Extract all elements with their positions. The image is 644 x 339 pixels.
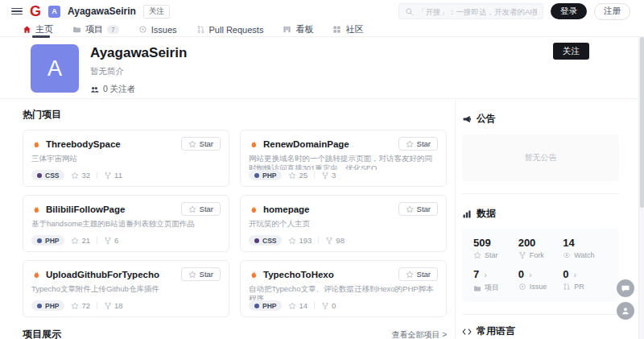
language-pill: PHP: [249, 300, 282, 311]
project-name[interactable]: ThreebodySpace: [46, 139, 121, 149]
code-icon: [462, 327, 472, 337]
sidebar: 公告 暂无公告 数据 509 Star 200: [455, 99, 644, 339]
chat-bubble-icon: [621, 283, 630, 293]
star-button[interactable]: Star: [181, 267, 221, 281]
followers-count: 0 关注者: [103, 84, 135, 95]
feedback-button[interactable]: [617, 302, 634, 320]
fork-icon: [321, 172, 329, 180]
tab-kanban[interactable]: 看板: [283, 23, 313, 36]
star-icon: [406, 140, 414, 148]
tab-pull-requests-label: Pull Requests: [209, 25, 264, 35]
languages-title: 常用语言: [477, 325, 515, 338]
fork-count: 11: [104, 171, 122, 180]
fork-icon: [325, 237, 333, 245]
gitee-logo[interactable]: G: [30, 4, 41, 19]
follow-button[interactable]: 关注: [553, 43, 589, 60]
flame-icon: [31, 205, 41, 214]
topbar-username[interactable]: AyagawaSeirin: [68, 6, 136, 17]
issue-icon: [138, 25, 147, 34]
stats-header: 数据: [462, 207, 619, 221]
scrollbar-track: [638, 37, 644, 339]
divider: [97, 302, 97, 309]
star-button[interactable]: Star: [398, 202, 438, 216]
project-card: homepage Star 开玩笑的个人主页 CSS: [240, 195, 447, 252]
star-button[interactable]: Star: [398, 267, 438, 281]
chevron-right-icon: ›: [574, 270, 577, 279]
search-icon: [405, 7, 414, 16]
project-name[interactable]: TypechoToHexo: [263, 270, 334, 279]
project-card: TypechoToHexo Star 自动把Typecho文章、评论数据迁移到H…: [240, 260, 447, 317]
profile-bio: 暂无简介: [90, 66, 187, 77]
topbar-follow-chip[interactable]: 关注: [143, 5, 170, 19]
stat-pull-requests[interactable]: 0› PR: [563, 268, 608, 293]
showcase-title: 项目展示: [23, 328, 61, 339]
languages-header: 常用语言: [462, 325, 619, 338]
star-icon: [288, 172, 296, 180]
star-icon: [406, 271, 414, 279]
star-button-label: Star: [200, 270, 213, 279]
project-name[interactable]: RenewDomainPage: [263, 139, 349, 149]
topbar-right: 登录 注册: [398, 3, 630, 20]
divider: [318, 237, 319, 244]
assistant-button[interactable]: [617, 279, 634, 297]
star-button[interactable]: Star: [398, 137, 438, 151]
tab-community-label: 社区: [345, 23, 363, 35]
star-icon: [188, 205, 196, 213]
kanban-icon: [283, 25, 291, 34]
star-count: 14: [288, 301, 308, 310]
star-count: 72: [71, 301, 90, 310]
star-button[interactable]: Star: [181, 202, 221, 216]
profile-info: AyagawaSeirin 暂无简介 0 关注者: [90, 44, 187, 98]
page-title: AyagawaSeirin: [90, 45, 187, 61]
gitee-profile-page: G A AyagawaSeirin 关注 登录 注册 主页 项目 7 Issue…: [0, 0, 644, 339]
search-input[interactable]: [418, 7, 537, 16]
tab-kanban-label: 看板: [295, 23, 313, 35]
followers-link[interactable]: 0 关注者: [90, 84, 187, 95]
language-name: CSS: [262, 237, 276, 245]
fork-count: 6: [104, 236, 118, 245]
register-button[interactable]: 注册: [594, 3, 630, 20]
tab-community[interactable]: 社区: [332, 23, 363, 36]
view-all-projects-link[interactable]: 查看全部项目 >: [391, 329, 447, 339]
star-button-label: Star: [200, 205, 213, 213]
star-count: 193: [288, 236, 312, 245]
chevron-right-icon: ›: [484, 270, 487, 279]
search-box[interactable]: [398, 3, 543, 19]
folder-icon: [72, 25, 81, 34]
project-name[interactable]: UploadGithubForTypecho: [46, 270, 159, 279]
tab-home[interactable]: 主页: [23, 23, 53, 36]
project-card: RenewDomainPage Star 网站更换域名时的一个跳转提示页面，对访…: [240, 130, 447, 187]
fork-icon: [104, 172, 112, 180]
folder-icon: [473, 284, 481, 292]
language-dot: [37, 238, 42, 243]
project-name[interactable]: BilibiliFollowPage: [46, 205, 125, 214]
language-pill: PHP: [249, 170, 282, 180]
scrollbar-thumb[interactable]: [640, 37, 644, 208]
tab-pull-requests[interactable]: Pull Requests: [196, 23, 264, 36]
pull-request-icon: [196, 25, 205, 34]
tab-projects[interactable]: 项目 7: [72, 23, 119, 36]
project-name[interactable]: homepage: [263, 205, 310, 214]
language-dot: [37, 304, 42, 308]
star-button-label: Star: [417, 205, 431, 213]
menu-icon[interactable]: [11, 8, 23, 15]
project-description: 开玩笑的个人主页: [249, 219, 438, 235]
star-button-label: Star: [417, 139, 431, 148]
star-button[interactable]: Star: [181, 137, 221, 151]
topbar-avatar: A: [48, 6, 60, 18]
stat-star: 509 Star: [473, 237, 518, 259]
tab-home-label: 主页: [35, 23, 53, 35]
login-button[interactable]: 登录: [551, 3, 587, 19]
divider: [314, 302, 315, 309]
stat-issues[interactable]: 0› Issue: [518, 268, 564, 293]
language-dot: [254, 238, 259, 243]
avatar: A: [31, 44, 79, 93]
stat-projects[interactable]: 7› 项目: [473, 268, 518, 293]
stat-watch: 14 Watch: [563, 237, 608, 259]
divider: [97, 237, 97, 244]
projects-count-badge: 7: [107, 25, 119, 34]
tab-issues[interactable]: Issues: [138, 23, 177, 36]
fork-count: 18: [104, 301, 123, 310]
content: 热门项目 ThreebodySpace Star 三体宇宙网站: [0, 98, 644, 339]
fork-icon: [321, 302, 329, 310]
